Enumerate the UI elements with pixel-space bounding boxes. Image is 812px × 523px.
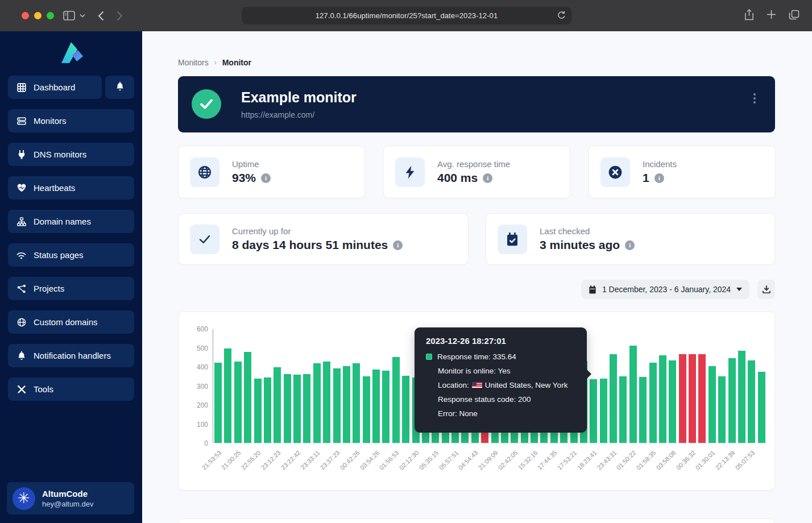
- bell-icon: [16, 351, 26, 360]
- chart-bar[interactable]: [758, 372, 765, 443]
- chart-bar[interactable]: [234, 362, 242, 443]
- chart-bar[interactable]: [689, 354, 696, 443]
- back-button[interactable]: [98, 11, 104, 21]
- stat-label: Last checked: [540, 226, 635, 236]
- chart-bar[interactable]: [382, 371, 390, 443]
- tooltip-response-time: Response time: 335.64: [437, 352, 516, 361]
- info-icon[interactable]: i: [261, 173, 271, 183]
- sidebar-item-projects[interactable]: Projects: [8, 277, 134, 300]
- sidebar-item-domain-names[interactable]: Domain names: [8, 210, 134, 233]
- chart-bar-hovered[interactable]: [590, 379, 597, 443]
- info-icon[interactable]: i: [483, 173, 492, 183]
- chart-bar[interactable]: [323, 362, 330, 443]
- date-range-label: 1 December, 2023 - 6 January, 2024: [602, 285, 731, 294]
- chart-bar[interactable]: [698, 354, 706, 443]
- sidebar-item-notification-handlers[interactable]: Notification handlers: [8, 344, 134, 367]
- x-tick-label: 21:09:09: [477, 449, 499, 471]
- chart-bar[interactable]: [392, 357, 400, 443]
- share-icon[interactable]: [744, 9, 754, 23]
- download-icon: [763, 285, 770, 293]
- x-tick-label: 17:44:35: [536, 449, 558, 471]
- info-icon[interactable]: i: [625, 240, 635, 250]
- address-bar[interactable]: 127.0.0.1/66uptime/monitor/25?start_date…: [242, 7, 571, 24]
- minimize-window-button[interactable]: [34, 12, 42, 19]
- chart-bar[interactable]: [748, 360, 755, 443]
- us-flag-icon: [472, 382, 482, 388]
- browser-chrome: 127.0.0.1/66uptime/monitor/25?start_date…: [0, 0, 812, 31]
- caret-down-icon: [736, 288, 742, 291]
- chart-bar[interactable]: [274, 367, 281, 443]
- x-tick-label: 23:22:42: [279, 449, 301, 471]
- sidebar-item-monitors[interactable]: Monitors: [8, 109, 134, 132]
- chart-bar[interactable]: [402, 376, 409, 443]
- chart-bar[interactable]: [214, 363, 222, 443]
- chart-bar[interactable]: [709, 366, 716, 443]
- tooltip-error: Error: None: [438, 409, 478, 418]
- chart-tooltip: 2023-12-26 18:27:01 Response time: 335.6…: [415, 327, 587, 433]
- stat-value: 3 minutes ago: [540, 238, 620, 252]
- reload-icon[interactable]: [557, 11, 566, 22]
- download-chart-button[interactable]: [757, 280, 775, 299]
- chart-bar[interactable]: [610, 354, 617, 443]
- chart-bar[interactable]: [313, 363, 321, 443]
- sidebar-item-custom-domains[interactable]: Custom domains: [8, 310, 134, 334]
- breadcrumb-monitors-link[interactable]: Monitors: [178, 58, 209, 67]
- chart-bar[interactable]: [284, 374, 291, 443]
- kebab-menu-icon[interactable]: [753, 93, 756, 103]
- x-tick-label: 17:53:21: [556, 449, 578, 471]
- chart-bar[interactable]: [264, 377, 271, 443]
- sidebar-item-label: Custom domains: [34, 317, 98, 327]
- maximize-window-button[interactable]: [47, 12, 54, 19]
- chart-bar[interactable]: [363, 376, 370, 443]
- chart-bar[interactable]: [718, 376, 726, 443]
- sidebar-item-dashboard[interactable]: Dashboard: [8, 76, 102, 99]
- breadcrumb: Monitors › Monitor: [178, 58, 251, 67]
- chart-bar[interactable]: [343, 366, 350, 443]
- sidebar-item-tools[interactable]: Tools: [8, 377, 134, 401]
- sidebar-item-heartbeats[interactable]: Heartbeats: [8, 176, 134, 200]
- app-logo[interactable]: [0, 31, 142, 76]
- chart-bar[interactable]: [669, 360, 676, 443]
- chevron-down-icon[interactable]: [80, 14, 85, 18]
- chart-bar[interactable]: [659, 355, 666, 443]
- chart-bar[interactable]: [353, 363, 360, 443]
- chart-bar[interactable]: [738, 351, 745, 443]
- chart-bar[interactable]: [639, 377, 647, 443]
- stat-label: Uptime: [232, 159, 271, 169]
- chart-bar[interactable]: [244, 352, 251, 443]
- chart-bar[interactable]: [303, 374, 310, 443]
- info-icon[interactable]: i: [393, 240, 403, 250]
- chart-bar[interactable]: [728, 358, 736, 443]
- sidebar-toggle-icon[interactable]: [63, 11, 75, 20]
- info-icon[interactable]: i: [654, 173, 664, 183]
- signal-icon: [16, 250, 26, 260]
- notifications-button[interactable]: [105, 76, 134, 99]
- chart-bar[interactable]: [629, 346, 637, 443]
- sidebar-item-status-pages[interactable]: Status pages: [8, 243, 134, 267]
- chart-bar[interactable]: [679, 354, 686, 443]
- chart-bar[interactable]: [619, 376, 627, 443]
- chart-bar[interactable]: [254, 379, 262, 443]
- x-tick-label: 21:53:53: [200, 449, 222, 471]
- x-tick-label: 03:54:26: [358, 449, 380, 471]
- date-range-button[interactable]: 1 December, 2023 - 6 January, 2024: [581, 280, 749, 299]
- forward-button[interactable]: [117, 11, 123, 21]
- new-tab-icon[interactable]: [767, 10, 776, 22]
- avatar: ✳: [13, 487, 35, 510]
- y-tick-label: 600: [197, 325, 208, 333]
- account-card[interactable]: ✳ AltumCode hey@altum.dev: [7, 482, 134, 514]
- chart-bar[interactable]: [224, 348, 231, 443]
- x-tick-label: 23:12:23: [259, 449, 281, 471]
- account-name: AltumCode: [42, 488, 94, 499]
- chart-x-axis: 21:53:5321:00:2522:55:2023:12:2323:22:42…: [213, 447, 767, 481]
- stat-value: 93%: [232, 171, 256, 185]
- chart-bar[interactable]: [600, 379, 607, 443]
- chart-bar[interactable]: [649, 363, 657, 443]
- tab-overview-icon[interactable]: [789, 10, 799, 22]
- chart-bar[interactable]: [293, 375, 301, 443]
- chart-bar[interactable]: [333, 368, 341, 443]
- sidebar-item-dns-monitors[interactable]: DNS monitors: [8, 143, 134, 166]
- chart-bar[interactable]: [372, 370, 380, 443]
- chevron-right-icon: ›: [214, 59, 217, 67]
- close-window-button[interactable]: [22, 12, 29, 19]
